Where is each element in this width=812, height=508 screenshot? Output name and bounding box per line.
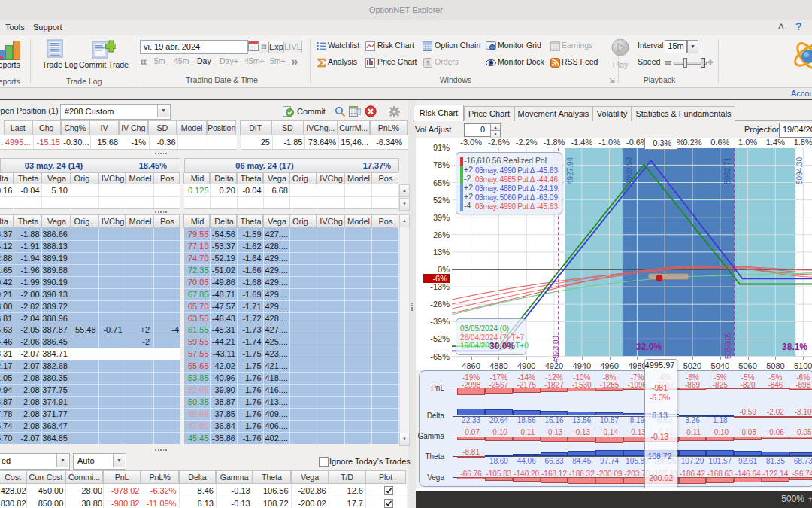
svg-text:$: $ — [426, 59, 429, 67]
